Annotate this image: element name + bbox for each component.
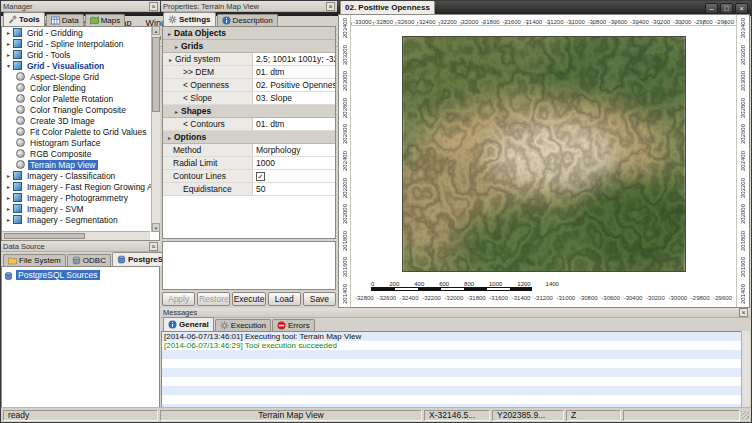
tree-item-tool[interactable]: Color Palette Rotation bbox=[2, 93, 159, 104]
tree-item-tool[interactable]: Histogram Surface bbox=[2, 137, 159, 148]
tab-settings[interactable]: Settings bbox=[163, 12, 216, 26]
category-row[interactable]: Data Objects bbox=[163, 27, 335, 40]
parameter-value[interactable]: 01. dtm bbox=[253, 66, 335, 78]
horizontal-scrollbar[interactable] bbox=[2, 231, 150, 240]
tree-item-library[interactable]: Grid - Spline Interpolation bbox=[2, 38, 159, 49]
tree-item-tool[interactable]: RGB Composite bbox=[2, 148, 159, 159]
execute-button[interactable]: Execute bbox=[232, 292, 265, 306]
ruler-label: 203000 bbox=[740, 71, 746, 91]
tree-item-tool[interactable]: Color Triangle Composite bbox=[2, 104, 159, 115]
parameter-value[interactable]: 02. Positive Openness bbox=[253, 79, 335, 91]
load-button[interactable]: Load bbox=[268, 292, 301, 306]
parameter-value[interactable]: Morphology bbox=[253, 144, 335, 156]
scroll-down-icon[interactable]: ▾ bbox=[152, 223, 160, 232]
tree-item-tool[interactable]: Create 3D Image bbox=[2, 115, 159, 126]
ruler-label: 202800 bbox=[342, 98, 348, 118]
tree-item-label: Fit Color Palette to Grid Values bbox=[28, 127, 149, 137]
tree-item-tool[interactable]: Color Blending bbox=[2, 82, 159, 93]
data-source-close-button[interactable] bbox=[149, 242, 158, 251]
category-row[interactable]: Options bbox=[163, 131, 335, 144]
collapse-icon[interactable] bbox=[165, 30, 174, 37]
tree-item-tool[interactable]: Aspect-Slope Grid bbox=[2, 71, 159, 82]
category-row[interactable]: Grids bbox=[163, 40, 335, 53]
tree-item-library[interactable]: Imagery - Photogrammetry bbox=[2, 192, 159, 203]
map-tabbar: 02. Positive Openness bbox=[338, 1, 750, 14]
collapse-icon[interactable] bbox=[165, 134, 174, 141]
library-icon bbox=[13, 215, 22, 224]
tab-file-system[interactable]: File System bbox=[3, 254, 66, 266]
parameter-value[interactable]: 01. dtm bbox=[253, 118, 335, 130]
status-tool: Terrain Map View bbox=[160, 410, 422, 421]
expander-icon[interactable] bbox=[4, 29, 13, 36]
terrain-map-image[interactable] bbox=[402, 36, 686, 272]
tree-item-library[interactable]: Grid - Gridding bbox=[2, 27, 159, 38]
properties-close-button[interactable] bbox=[326, 2, 335, 11]
scroll-up-icon[interactable]: ▴ bbox=[152, 26, 160, 35]
expander-icon[interactable] bbox=[4, 216, 13, 223]
parameter-value[interactable]: 03. Slope bbox=[253, 92, 335, 104]
ruler-label: -30800 bbox=[579, 295, 598, 301]
expander-icon[interactable] bbox=[4, 172, 13, 179]
tab-label: Tools bbox=[19, 15, 40, 24]
contour-lines-checkbox[interactable] bbox=[256, 172, 265, 181]
tab-general[interactable]: General bbox=[163, 317, 214, 331]
ruler-label: -31800 bbox=[467, 295, 486, 301]
resize-grip[interactable] bbox=[741, 411, 749, 419]
scalebar-label: 1000 bbox=[489, 281, 502, 287]
parameter-label: Equidistance bbox=[183, 184, 232, 194]
expander-icon[interactable] bbox=[4, 194, 13, 201]
tree-item-library[interactable]: Grid - Visualisation bbox=[2, 60, 159, 71]
expander-icon[interactable] bbox=[4, 51, 13, 58]
tree-item-library[interactable]: Imagery - SVM bbox=[2, 203, 159, 214]
vertical-scrollbar[interactable]: ▴▾ bbox=[151, 26, 160, 232]
category-row[interactable]: Shapes bbox=[163, 105, 335, 118]
tree-item-library[interactable]: Imagery - Segmentation bbox=[2, 214, 159, 225]
expander-icon[interactable] bbox=[4, 40, 13, 47]
parameters-grid: Data Objects Grids Grid system2.5; 1001x… bbox=[162, 26, 336, 239]
tab-data[interactable]: Data bbox=[46, 14, 84, 26]
apply-button[interactable]: Apply bbox=[162, 292, 195, 306]
ruler-label: -29600 bbox=[715, 19, 734, 25]
map-tab[interactable]: 02. Positive Openness bbox=[340, 0, 435, 14]
scalebar-label: 400 bbox=[414, 281, 424, 287]
scrollbar-thumb[interactable] bbox=[4, 233, 85, 239]
parameter-row: < Contours01. dtm bbox=[163, 118, 335, 131]
parameter-value[interactable]: 50 bbox=[253, 183, 335, 195]
expander-icon[interactable] bbox=[4, 183, 13, 190]
tab-description[interactable]: Description bbox=[217, 14, 278, 26]
restore-button[interactable]: Restore bbox=[197, 292, 230, 306]
ruler-label: -30600 bbox=[601, 295, 620, 301]
expander-icon[interactable] bbox=[4, 205, 13, 212]
expander-icon[interactable] bbox=[4, 62, 13, 69]
tree-item-tool-selected[interactable]: Terrain Map View bbox=[2, 159, 159, 170]
tree-item-library[interactable]: Grid - Tools bbox=[2, 49, 159, 60]
parameter-value[interactable]: 2.5; 1001x 1001y; -32500... bbox=[253, 53, 335, 65]
data-source-tree: PostgreSQL Sources bbox=[1, 266, 160, 422]
collapse-icon[interactable] bbox=[172, 108, 181, 115]
messages-close-button[interactable] bbox=[739, 308, 748, 317]
map-canvas[interactable]: -33000-32800-32600-32400-32200-32000-318… bbox=[338, 14, 750, 308]
map-stage[interactable] bbox=[351, 26, 736, 281]
manager-close-button[interactable] bbox=[149, 2, 158, 11]
ruler-label: -30800 bbox=[587, 19, 606, 25]
tree-item-tool[interactable]: Fit Color Palette to Grid Values bbox=[2, 126, 159, 137]
tree-item-label: Imagery - Segmentation bbox=[25, 215, 120, 225]
postgresql-sources-item[interactable]: PostgreSQL Sources bbox=[4, 269, 157, 281]
tab-tools[interactable]: Tools bbox=[3, 12, 45, 26]
parameter-row: Equidistance50 bbox=[163, 183, 335, 196]
collapse-icon[interactable] bbox=[166, 56, 175, 63]
log-line: [2014-06-07/13:46:01] Executing tool: Te… bbox=[164, 332, 749, 341]
tab-maps[interactable]: Maps bbox=[85, 14, 126, 26]
tab-execution[interactable]: Execution bbox=[215, 319, 271, 331]
tab-label: Data bbox=[62, 16, 79, 25]
scrollbar-track[interactable] bbox=[152, 35, 160, 223]
tab-odbc[interactable]: ODBC bbox=[67, 254, 111, 266]
tree-item-library[interactable]: Imagery - Fast Region Growing Al bbox=[2, 181, 159, 192]
parameter-value[interactable]: 1000 bbox=[253, 157, 335, 169]
collapse-icon[interactable] bbox=[172, 43, 181, 50]
scrollbar-thumb[interactable] bbox=[152, 37, 160, 112]
tree-item-library[interactable]: Imagery - Classification bbox=[2, 170, 159, 181]
tab-errors[interactable]: Errors bbox=[272, 319, 315, 331]
save-button[interactable]: Save bbox=[303, 292, 336, 306]
tab-label: Maps bbox=[101, 16, 121, 25]
